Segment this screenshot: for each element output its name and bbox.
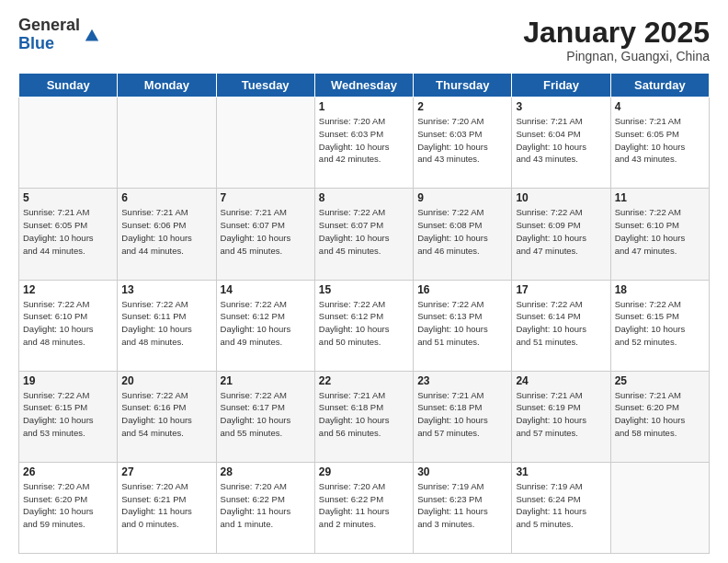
weekday-header-monday: Monday <box>118 74 216 98</box>
day-number: 10 <box>516 191 606 204</box>
calendar-cell: 31Sunrise: 7:19 AM Sunset: 6:24 PM Dayli… <box>512 462 610 553</box>
day-info: Sunrise: 7:22 AM Sunset: 6:08 PM Dayligh… <box>417 206 507 257</box>
day-info: Sunrise: 7:20 AM Sunset: 6:22 PM Dayligh… <box>221 480 311 531</box>
calendar-week-1: 1Sunrise: 7:20 AM Sunset: 6:03 PM Daylig… <box>19 98 710 189</box>
day-number: 24 <box>516 374 606 387</box>
day-number: 7 <box>221 191 311 204</box>
day-info: Sunrise: 7:21 AM Sunset: 6:05 PM Dayligh… <box>23 206 113 257</box>
day-info: Sunrise: 7:21 AM Sunset: 6:20 PM Dayligh… <box>615 389 705 440</box>
day-number: 21 <box>221 374 311 387</box>
day-info: Sunrise: 7:21 AM Sunset: 6:19 PM Dayligh… <box>516 389 606 440</box>
day-info: Sunrise: 7:20 AM Sunset: 6:03 PM Dayligh… <box>417 115 507 166</box>
day-info: Sunrise: 7:22 AM Sunset: 6:07 PM Dayligh… <box>319 206 409 257</box>
calendar-cell: 10Sunrise: 7:22 AM Sunset: 6:09 PM Dayli… <box>512 189 610 280</box>
title-area: January 2025 Pingnan, Guangxi, China <box>523 17 710 63</box>
calendar-cell: 24Sunrise: 7:21 AM Sunset: 6:19 PM Dayli… <box>512 371 610 462</box>
header: General Blue January 2025 Pingnan, Guang… <box>18 17 710 63</box>
day-number: 22 <box>319 374 409 387</box>
calendar-cell: 15Sunrise: 7:22 AM Sunset: 6:12 PM Dayli… <box>314 280 413 371</box>
day-info: Sunrise: 7:20 AM Sunset: 6:21 PM Dayligh… <box>121 480 211 531</box>
day-info: Sunrise: 7:19 AM Sunset: 6:23 PM Dayligh… <box>417 480 507 531</box>
day-number: 5 <box>23 191 113 204</box>
day-info: Sunrise: 7:20 AM Sunset: 6:03 PM Dayligh… <box>319 115 409 166</box>
day-number: 31 <box>516 465 606 478</box>
calendar-cell: 19Sunrise: 7:22 AM Sunset: 6:15 PM Dayli… <box>19 371 118 462</box>
calendar-cell: 23Sunrise: 7:21 AM Sunset: 6:18 PM Dayli… <box>414 371 512 462</box>
calendar-week-2: 5Sunrise: 7:21 AM Sunset: 6:05 PM Daylig… <box>19 189 710 280</box>
calendar-cell: 5Sunrise: 7:21 AM Sunset: 6:05 PM Daylig… <box>19 189 118 280</box>
day-info: Sunrise: 7:19 AM Sunset: 6:24 PM Dayligh… <box>516 480 606 531</box>
day-number: 25 <box>615 374 705 387</box>
calendar-cell: 1Sunrise: 7:20 AM Sunset: 6:03 PM Daylig… <box>314 98 413 189</box>
logo: General Blue <box>18 17 100 53</box>
calendar-cell: 8Sunrise: 7:22 AM Sunset: 6:07 PM Daylig… <box>314 189 413 280</box>
calendar-cell <box>216 98 314 189</box>
day-info: Sunrise: 7:21 AM Sunset: 6:06 PM Dayligh… <box>121 206 211 257</box>
calendar-cell <box>19 98 118 189</box>
day-info: Sunrise: 7:22 AM Sunset: 6:11 PM Dayligh… <box>121 298 211 349</box>
calendar-week-3: 12Sunrise: 7:22 AM Sunset: 6:10 PM Dayli… <box>19 280 710 371</box>
calendar-cell: 22Sunrise: 7:21 AM Sunset: 6:18 PM Dayli… <box>314 371 413 462</box>
day-number: 4 <box>615 100 705 113</box>
day-number: 15 <box>319 283 409 296</box>
logo-general: General <box>18 17 80 35</box>
calendar-cell: 26Sunrise: 7:20 AM Sunset: 6:20 PM Dayli… <box>19 462 118 553</box>
day-number: 14 <box>221 283 311 296</box>
calendar-cell: 4Sunrise: 7:21 AM Sunset: 6:05 PM Daylig… <box>610 98 709 189</box>
day-info: Sunrise: 7:21 AM Sunset: 6:05 PM Dayligh… <box>615 115 705 166</box>
calendar-week-5: 26Sunrise: 7:20 AM Sunset: 6:20 PM Dayli… <box>19 462 710 553</box>
day-number: 11 <box>615 191 705 204</box>
calendar-cell: 14Sunrise: 7:22 AM Sunset: 6:12 PM Dayli… <box>216 280 314 371</box>
calendar-cell: 6Sunrise: 7:21 AM Sunset: 6:06 PM Daylig… <box>118 189 216 280</box>
calendar-cell: 18Sunrise: 7:22 AM Sunset: 6:15 PM Dayli… <box>610 280 709 371</box>
calendar-header: SundayMondayTuesdayWednesdayThursdayFrid… <box>19 74 710 98</box>
day-number: 13 <box>121 283 211 296</box>
month-title: January 2025 <box>523 17 710 49</box>
day-number: 8 <box>319 191 409 204</box>
day-info: Sunrise: 7:22 AM Sunset: 6:15 PM Dayligh… <box>615 298 705 349</box>
day-number: 3 <box>516 100 606 113</box>
weekday-header-tuesday: Tuesday <box>216 74 314 98</box>
day-info: Sunrise: 7:22 AM Sunset: 6:12 PM Dayligh… <box>221 298 311 349</box>
calendar-cell <box>610 462 709 553</box>
calendar-cell: 20Sunrise: 7:22 AM Sunset: 6:16 PM Dayli… <box>118 371 216 462</box>
calendar-cell: 16Sunrise: 7:22 AM Sunset: 6:13 PM Dayli… <box>414 280 512 371</box>
logo-text-block: General Blue <box>18 17 100 53</box>
day-number: 19 <box>23 374 113 387</box>
calendar-cell: 30Sunrise: 7:19 AM Sunset: 6:23 PM Dayli… <box>414 462 512 553</box>
calendar-page: General Blue January 2025 Pingnan, Guang… <box>0 0 728 563</box>
day-info: Sunrise: 7:20 AM Sunset: 6:20 PM Dayligh… <box>23 480 113 531</box>
weekday-row: SundayMondayTuesdayWednesdayThursdayFrid… <box>19 74 710 98</box>
day-number: 20 <box>121 374 211 387</box>
calendar-cell: 13Sunrise: 7:22 AM Sunset: 6:11 PM Dayli… <box>118 280 216 371</box>
calendar-cell: 11Sunrise: 7:22 AM Sunset: 6:10 PM Dayli… <box>610 189 709 280</box>
day-info: Sunrise: 7:20 AM Sunset: 6:22 PM Dayligh… <box>319 480 409 531</box>
calendar-cell <box>118 98 216 189</box>
day-number: 12 <box>23 283 113 296</box>
calendar-cell: 7Sunrise: 7:21 AM Sunset: 6:07 PM Daylig… <box>216 189 314 280</box>
day-info: Sunrise: 7:22 AM Sunset: 6:09 PM Dayligh… <box>516 206 606 257</box>
logo-icon <box>84 28 100 44</box>
day-number: 26 <box>23 465 113 478</box>
day-number: 17 <box>516 283 606 296</box>
day-number: 29 <box>319 465 409 478</box>
calendar-cell: 29Sunrise: 7:20 AM Sunset: 6:22 PM Dayli… <box>314 462 413 553</box>
day-number: 28 <box>221 465 311 478</box>
day-info: Sunrise: 7:21 AM Sunset: 6:07 PM Dayligh… <box>221 206 311 257</box>
location-subtitle: Pingnan, Guangxi, China <box>523 49 710 63</box>
day-number: 1 <box>319 100 409 113</box>
calendar-cell: 12Sunrise: 7:22 AM Sunset: 6:10 PM Dayli… <box>19 280 118 371</box>
day-number: 30 <box>417 465 507 478</box>
day-info: Sunrise: 7:22 AM Sunset: 6:14 PM Dayligh… <box>516 298 606 349</box>
calendar-week-4: 19Sunrise: 7:22 AM Sunset: 6:15 PM Dayli… <box>19 371 710 462</box>
calendar-cell: 17Sunrise: 7:22 AM Sunset: 6:14 PM Dayli… <box>512 280 610 371</box>
day-number: 23 <box>417 374 507 387</box>
weekday-header-sunday: Sunday <box>19 74 118 98</box>
day-info: Sunrise: 7:22 AM Sunset: 6:10 PM Dayligh… <box>23 298 113 349</box>
calendar-cell: 3Sunrise: 7:21 AM Sunset: 6:04 PM Daylig… <box>512 98 610 189</box>
weekday-header-wednesday: Wednesday <box>314 74 413 98</box>
calendar-cell: 9Sunrise: 7:22 AM Sunset: 6:08 PM Daylig… <box>414 189 512 280</box>
day-info: Sunrise: 7:22 AM Sunset: 6:17 PM Dayligh… <box>221 389 311 440</box>
calendar-cell: 28Sunrise: 7:20 AM Sunset: 6:22 PM Dayli… <box>216 462 314 553</box>
calendar-cell: 27Sunrise: 7:20 AM Sunset: 6:21 PM Dayli… <box>118 462 216 553</box>
